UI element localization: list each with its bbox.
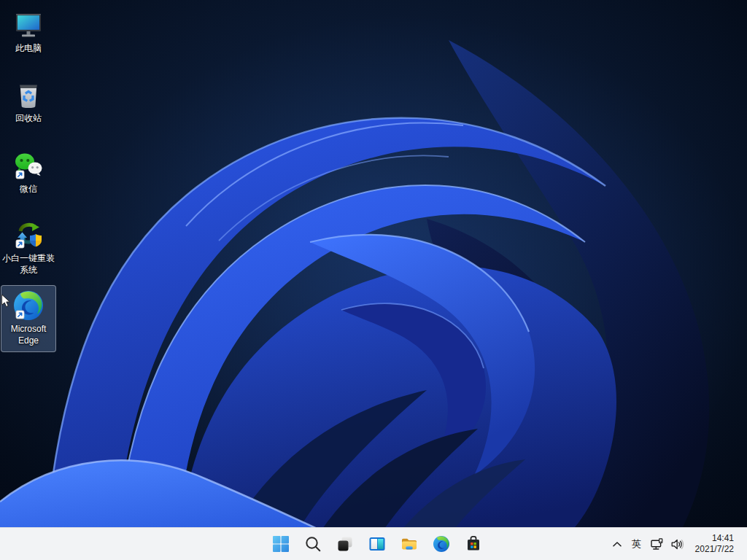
xiaobai-reinstall-icon xyxy=(12,219,44,251)
edge-swirl-icon xyxy=(433,535,450,553)
search-button[interactable] xyxy=(298,529,328,559)
desktop-icon-label: 微信 xyxy=(20,184,37,195)
shortcut-arrow-overlay xyxy=(16,171,24,179)
desktop-icon-label: Microsoft Edge xyxy=(1,324,55,346)
taskbar-center-buttons xyxy=(266,528,488,560)
system-tray: 英 xyxy=(608,528,747,560)
chevron-up-icon xyxy=(613,542,622,547)
shopping-bag-icon xyxy=(465,535,482,553)
edge-icon xyxy=(12,289,44,322)
microsoft-store-button[interactable] xyxy=(459,529,488,559)
shortcut-arrow-overlay xyxy=(16,240,24,248)
desktop-icon-recycle-bin[interactable]: 回收站 xyxy=(1,74,56,125)
desktop-icon-label: 小白一键重装系统 xyxy=(1,253,55,276)
desktop-icon-this-pc[interactable]: 此电脑 xyxy=(1,4,56,55)
this-pc-icon xyxy=(12,9,44,41)
ime-indicator[interactable]: 英 xyxy=(627,531,647,557)
taskbar: 英 xyxy=(0,527,747,560)
desktop-icon-label: 回收站 xyxy=(15,113,42,125)
recycle-bin-icon xyxy=(12,79,44,111)
shortcut-arrow-overlay xyxy=(16,311,24,319)
desktop-icon-wechat[interactable]: 微信 xyxy=(1,145,56,196)
tray-date: 2021/7/22 xyxy=(695,544,734,555)
wechat-icon xyxy=(12,149,44,182)
tray-time: 14:41 xyxy=(712,533,734,544)
volume-icon xyxy=(671,539,684,550)
windows-logo-icon xyxy=(272,535,290,553)
overlapping-squares-icon xyxy=(336,535,354,553)
ethernet-network-icon xyxy=(651,538,664,551)
start-button[interactable] xyxy=(266,529,295,559)
magnifier-icon xyxy=(304,535,322,553)
network-button[interactable] xyxy=(647,531,667,557)
desktop-icon-label: 此电脑 xyxy=(15,43,42,55)
ime-language-label: 英 xyxy=(632,537,641,551)
file-explorer-button[interactable] xyxy=(395,529,424,559)
split-board-icon xyxy=(368,535,386,553)
folder-icon xyxy=(400,535,418,553)
task-view-button[interactable] xyxy=(330,529,360,559)
clock-date-button[interactable]: 14:41 2021/7/22 xyxy=(692,531,737,557)
edge-taskbar-button[interactable] xyxy=(427,529,456,559)
desktop-icon-xiaobai-reinstall[interactable]: 小白一键重装系统 xyxy=(1,214,56,276)
windows-desktop: 此电脑 回收站 xyxy=(0,0,747,560)
show-hidden-icons-button[interactable] xyxy=(608,531,627,557)
desktop-icon-microsoft-edge[interactable]: Microsoft Edge xyxy=(1,285,56,352)
bloom-wallpaper xyxy=(0,0,747,560)
volume-button[interactable] xyxy=(667,531,688,557)
widgets-button[interactable] xyxy=(363,529,392,559)
